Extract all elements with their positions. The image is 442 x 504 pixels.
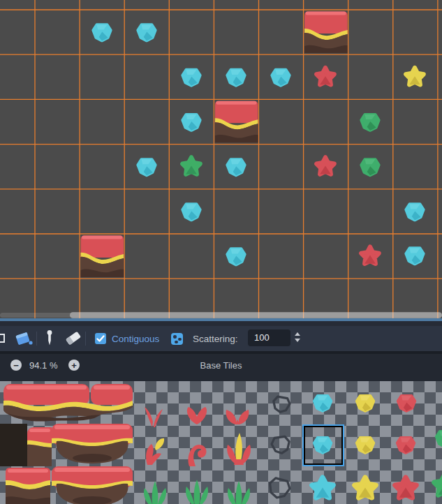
tilemap-tiles — [0, 0, 442, 318]
spin-down-icon — [295, 339, 300, 342]
tilemap-canvas[interactable] — [0, 0, 442, 318]
toolbar-separator — [85, 332, 86, 346]
check-icon — [96, 334, 105, 343]
scattering-icon — [171, 333, 183, 345]
picker-tool-button[interactable] — [43, 328, 57, 348]
contiguous-checkbox[interactable] — [95, 333, 106, 344]
bucket-fill-icon — [13, 329, 34, 348]
scattering-spinner[interactable] — [294, 332, 302, 344]
base-tiles-header: − 94.1 % + Base Tiles — [0, 354, 442, 381]
tilemap-editor: Contiguous Scattering: 100 − 94.1 % + Ba… — [0, 0, 442, 504]
bucket-tool-button[interactable] — [13, 329, 34, 348]
contiguous-label: Contiguous — [112, 334, 159, 344]
scattering-input[interactable]: 100 — [248, 329, 290, 346]
tilemap-toolbar: Contiguous Scattering: 100 — [0, 321, 442, 351]
spin-up-icon — [295, 332, 300, 336]
tile-palette[interactable] — [0, 381, 442, 504]
base-tiles-title: Base Tiles — [0, 360, 442, 371]
selected-tile-outline — [302, 424, 344, 466]
scattering-value: 100 — [254, 332, 270, 343]
eraser-icon — [64, 329, 83, 348]
picker-icon — [43, 328, 57, 348]
rect-tool-button[interactable] — [0, 334, 5, 343]
toolbar-separator — [36, 332, 37, 346]
eraser-tool-button[interactable] — [64, 329, 83, 348]
horizontal-scrollbar[interactable] — [70, 312, 442, 318]
scattering-label: Scattering: — [193, 334, 238, 344]
tileset-atlas — [0, 381, 442, 504]
